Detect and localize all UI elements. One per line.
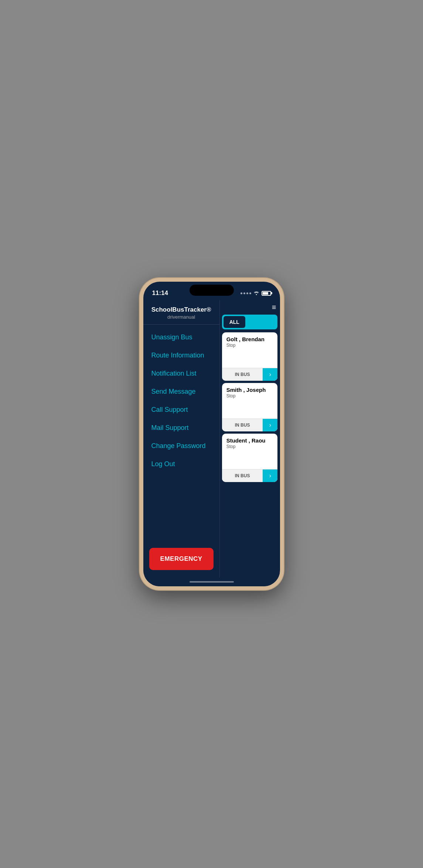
menu-item-mail-support[interactable]: Mail Support xyxy=(143,419,219,437)
app-subtitle: drivermanual xyxy=(151,314,212,320)
sidebar-menu: SchoolBusTracker® drivermanual Unassign … xyxy=(143,300,220,577)
filter-tabs-area: ALL xyxy=(220,315,280,332)
home-indicator xyxy=(190,581,234,583)
emergency-button[interactable]: EMERGENCY xyxy=(149,548,214,570)
battery-icon xyxy=(262,291,271,296)
student-name-1: Smith , Joseph xyxy=(226,387,273,393)
sidebar-header: SchoolBusTracker® drivermanual xyxy=(143,300,219,325)
student-card-0: Golt , Brendan Stop IN BUS › xyxy=(222,332,278,381)
student-card-footer-2: IN BUS › xyxy=(222,469,278,482)
student-status-1: Stop xyxy=(226,393,273,399)
student-card-body-1 xyxy=(222,400,278,418)
main-content: SchoolBusTracker® drivermanual Unassign … xyxy=(143,300,280,577)
app-title: SchoolBusTracker® xyxy=(151,306,212,313)
wifi-icon xyxy=(253,290,259,296)
student-card-header-1: Smith , Joseph Stop xyxy=(222,383,278,400)
phone-screen: 11:14 xyxy=(143,282,280,586)
menu-item-change-password[interactable]: Change Password xyxy=(143,437,219,455)
student-card-header-0: Golt , Brendan Stop xyxy=(222,332,278,349)
filter-tab-all[interactable]: ALL xyxy=(224,316,245,328)
phone-frame: 11:14 xyxy=(140,278,284,590)
student-card-footer-1: IN BUS › xyxy=(222,418,278,431)
hamburger-icon[interactable]: ≡ xyxy=(272,303,276,312)
student-name-0: Golt , Brendan xyxy=(226,336,273,342)
student-card-body-0 xyxy=(222,349,278,368)
in-bus-button-0[interactable]: IN BUS xyxy=(222,368,263,381)
students-list: Golt , Brendan Stop IN BUS › xyxy=(220,332,280,577)
notch xyxy=(190,285,234,296)
menu-item-route-information[interactable]: Route Information xyxy=(143,346,219,365)
signal-dots-icon xyxy=(241,292,251,294)
in-bus-button-2[interactable]: IN BUS xyxy=(222,469,263,482)
status-icons xyxy=(241,290,271,296)
menu-item-log-out[interactable]: Log Out xyxy=(143,455,219,473)
filter-tab-other-1[interactable] xyxy=(247,316,261,328)
menu-item-call-support[interactable]: Call Support xyxy=(143,401,219,419)
right-panel: ≡ ALL Golt , Brendan xyxy=(220,300,280,577)
menu-item-unassign-bus[interactable]: Unassign Bus xyxy=(143,328,219,346)
home-indicator-area xyxy=(143,577,280,586)
status-bar: 11:14 xyxy=(143,282,280,300)
menu-item-send-message[interactable]: Send Message xyxy=(143,383,219,401)
menu-items-container: Unassign Bus Route Information Notificat… xyxy=(143,325,219,542)
student-card-header-2: Student , Raou Stop xyxy=(222,434,278,451)
student-status-0: Stop xyxy=(226,343,273,348)
student-status-2: Stop xyxy=(226,444,273,449)
chevron-right-icon-1: › xyxy=(269,422,271,428)
right-header: ≡ xyxy=(220,300,280,315)
student-name-2: Student , Raou xyxy=(226,437,273,444)
student-action-cyan-0[interactable]: › xyxy=(263,368,277,381)
student-card-2: Student , Raou Stop IN BUS › xyxy=(222,434,278,482)
chevron-right-icon-0: › xyxy=(269,371,271,378)
student-card-footer-0: IN BUS › xyxy=(222,368,278,381)
menu-item-notification-list[interactable]: Notification List xyxy=(143,365,219,383)
student-card-body-2 xyxy=(222,451,278,469)
filter-tab-other-2[interactable] xyxy=(262,316,276,328)
filter-tab-wrapper: ALL xyxy=(222,315,278,329)
in-bus-button-1[interactable]: IN BUS xyxy=(222,419,263,431)
student-action-cyan-2[interactable]: › xyxy=(263,469,277,482)
chevron-right-icon-2: › xyxy=(269,472,271,479)
student-action-cyan-1[interactable]: › xyxy=(263,419,277,431)
student-card-1: Smith , Joseph Stop IN BUS › xyxy=(222,383,278,431)
status-time: 11:14 xyxy=(152,289,168,297)
